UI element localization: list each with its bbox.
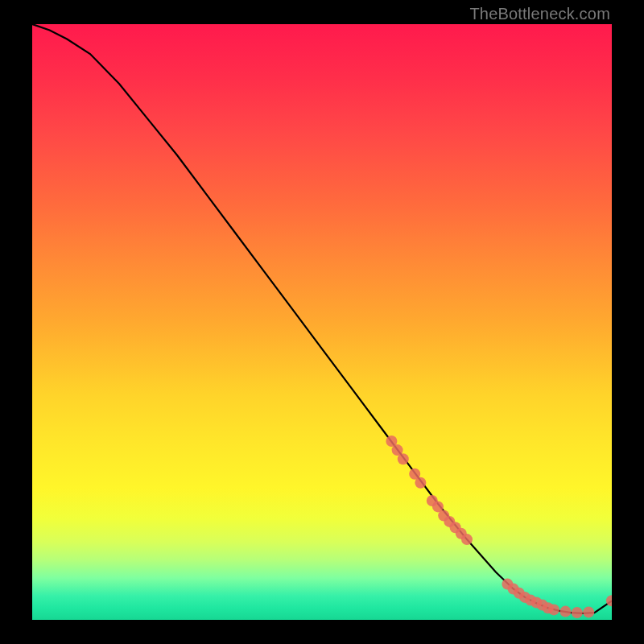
marker-layer	[386, 436, 612, 618]
data-marker	[415, 477, 426, 489]
data-marker	[583, 606, 594, 617]
chart-frame: TheBottleneck.com	[0, 0, 644, 644]
chart-svg	[32, 24, 612, 620]
data-marker	[461, 534, 473, 545]
data-marker	[398, 453, 409, 464]
curve-line	[32, 24, 612, 613]
data-marker	[548, 604, 559, 615]
curve-layer	[32, 24, 612, 613]
data-marker	[572, 607, 583, 618]
watermark-text: TheBottleneck.com	[469, 5, 610, 23]
plot-area	[32, 24, 612, 620]
data-marker	[559, 606, 571, 617]
